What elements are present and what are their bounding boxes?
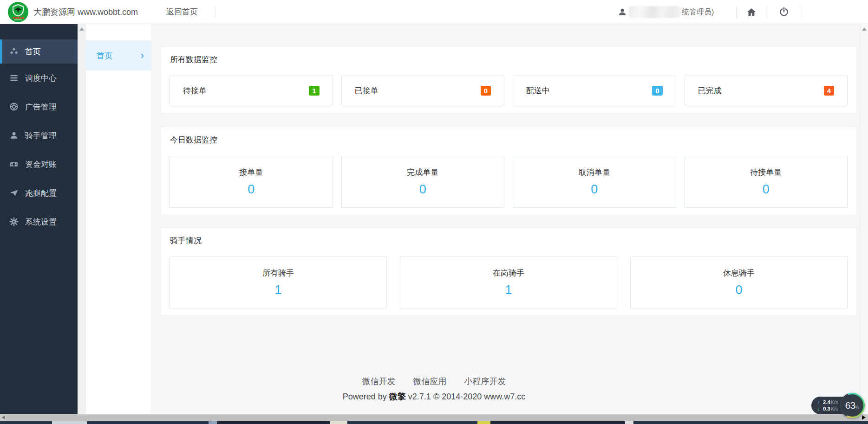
sidebar-item-cubes[interactable]: 首页 bbox=[0, 39, 78, 64]
sidebar-item-label: 资金对账 bbox=[25, 159, 57, 170]
download-speed-value: 0.3 bbox=[823, 406, 830, 412]
main-content: 所有数据监控 待接单1已接单0配送中0已完成4 今日数据监控 接单量0完成单量0… bbox=[151, 24, 868, 414]
section-title: 所有数据监控 bbox=[170, 54, 856, 65]
sidebar: 首页调度中心广告管理骑手管理资金对账跑腿配置系统设置 bbox=[0, 24, 78, 414]
upload-arrow-icon: ↑ bbox=[817, 399, 823, 405]
stat-card: 待接单量0 bbox=[685, 156, 848, 208]
sidebar-item-label: 首页 bbox=[25, 46, 41, 57]
stat-card: 休息骑手0 bbox=[630, 257, 848, 308]
sidebar-item-label: 骑手管理 bbox=[25, 130, 57, 141]
user-role-suffix: 统管理员) bbox=[682, 0, 714, 24]
topbar-divider bbox=[736, 6, 737, 18]
stat-card: 在岗骑手1 bbox=[400, 257, 617, 308]
stat-card[interactable]: 已接单0 bbox=[341, 76, 505, 105]
section-rider-status: 骑手情况 所有骑手1在岗骑手1休息骑手0 bbox=[160, 227, 857, 316]
footer-link[interactable]: 微信应用 bbox=[413, 377, 447, 386]
topbar-divider bbox=[800, 6, 800, 18]
stat-card-value: 0 bbox=[248, 182, 255, 197]
power-logout-icon[interactable] bbox=[778, 6, 790, 18]
gear-icon bbox=[9, 217, 19, 226]
submenu-item[interactable]: 首页› bbox=[86, 40, 151, 71]
scroll-up-arrow-icon[interactable] bbox=[79, 27, 84, 31]
powered-prefix: Powered by bbox=[343, 392, 387, 401]
user-icon bbox=[9, 131, 19, 140]
sidebar-item-gear[interactable]: 系统设置 bbox=[0, 207, 78, 236]
section-all-data-monitor: 所有数据监控 待接单1已接单0配送中0已完成4 bbox=[160, 46, 857, 113]
site-logo[interactable]: 大鹏资源网 bbox=[8, 2, 28, 22]
gauge-percent: 63 bbox=[845, 400, 855, 411]
memory-usage-gauge[interactable]: 63 % bbox=[840, 393, 865, 418]
stat-card-label: 接单量 bbox=[239, 167, 263, 178]
status-badge: 0 bbox=[652, 86, 662, 96]
money-icon bbox=[9, 160, 19, 169]
stat-card-label: 待接单 bbox=[183, 85, 207, 96]
sidebar-item-list[interactable]: 调度中心 bbox=[0, 64, 78, 92]
stat-card-row: 接单量0完成单量0取消单量0待接单量0 bbox=[170, 156, 848, 208]
download-arrow-icon: ↓ bbox=[817, 406, 823, 412]
speed-unit: K/s bbox=[831, 399, 838, 405]
section-today-data-monitor: 今日数据监控 接单量0完成单量0取消单量0待接单量0 bbox=[160, 127, 857, 215]
footer-link[interactable]: 小程序开发 bbox=[464, 377, 506, 386]
stat-card-label: 已接单 bbox=[355, 85, 379, 96]
stat-card-label: 完成单量 bbox=[407, 167, 438, 178]
svg-text:大鹏资源网: 大鹏资源网 bbox=[13, 16, 24, 19]
status-badge: 0 bbox=[481, 86, 491, 96]
stat-card: 接单量0 bbox=[170, 156, 333, 208]
sidebar-item-money[interactable]: 资金对账 bbox=[0, 150, 78, 179]
network-monitor-overlay[interactable]: ↑ 2.4 K/s ↓ 0.3 K/s 63 % bbox=[812, 392, 868, 420]
brand-title: 大鹏资源网 www.wobbt.com bbox=[33, 0, 138, 24]
stat-card-value: 1 bbox=[505, 283, 512, 297]
topbar-divider bbox=[215, 6, 215, 18]
sidebar-item-globe[interactable]: 广告管理 bbox=[0, 92, 78, 121]
topbar: 大鹏资源网 大鹏资源网 www.wobbt.com 返回首页 统管理员) bbox=[0, 0, 868, 24]
stat-card: 完成单量0 bbox=[341, 156, 505, 208]
sidebar-item-label: 调度中心 bbox=[25, 73, 57, 84]
user-icon[interactable] bbox=[618, 7, 627, 17]
scroll-up-arrow-icon[interactable] bbox=[862, 27, 867, 31]
stat-card-label: 已完成 bbox=[698, 85, 722, 96]
home-icon[interactable] bbox=[746, 6, 757, 18]
logo-image: 大鹏资源网 bbox=[8, 2, 28, 22]
status-badge: 1 bbox=[309, 86, 319, 96]
stat-card[interactable]: 配送中0 bbox=[513, 76, 676, 105]
section-title: 骑手情况 bbox=[170, 235, 856, 246]
stat-card-row: 所有骑手1在岗骑手1休息骑手0 bbox=[170, 257, 848, 308]
chevron-right-icon: › bbox=[141, 51, 144, 61]
gauge-face: 63 % bbox=[841, 394, 863, 417]
stat-card: 取消单量0 bbox=[513, 156, 676, 208]
topbar-divider bbox=[768, 6, 768, 18]
scrollbar-thumb[interactable] bbox=[7, 415, 860, 421]
taskbar-sliver bbox=[0, 421, 868, 424]
sidebar-item-label: 系统设置 bbox=[25, 217, 57, 227]
content-scrollbar[interactable] bbox=[860, 24, 868, 414]
back-home-link[interactable]: 返回首页 bbox=[166, 0, 198, 24]
submenu-panel: 首页› bbox=[86, 24, 151, 414]
stat-card[interactable]: 已完成4 bbox=[685, 76, 848, 105]
gauge-percent-sign: % bbox=[855, 405, 859, 410]
sidebar-item-label: 跑腿配置 bbox=[25, 188, 57, 199]
powered-brand[interactable]: 微擎 bbox=[389, 392, 406, 401]
globe-icon bbox=[9, 102, 19, 111]
stat-card: 所有骑手1 bbox=[170, 257, 387, 308]
sidebar-item-user[interactable]: 骑手管理 bbox=[0, 121, 78, 150]
scroll-left-arrow-icon[interactable] bbox=[2, 416, 5, 419]
sidebar-scrollbar[interactable] bbox=[78, 24, 86, 414]
submenu-item-label: 首页 bbox=[96, 50, 113, 61]
list-icon bbox=[9, 73, 19, 83]
stat-card[interactable]: 待接单1 bbox=[170, 76, 333, 105]
stat-card-label: 取消单量 bbox=[579, 167, 610, 178]
status-badge: 4 bbox=[824, 86, 834, 96]
app-window: 大鹏资源网 大鹏资源网 www.wobbt.com 返回首页 统管理员) 首页调… bbox=[0, 0, 868, 424]
stat-card-label: 配送中 bbox=[526, 85, 550, 96]
stat-card-label: 休息骑手 bbox=[723, 268, 755, 278]
horizontal-scrollbar[interactable] bbox=[0, 414, 868, 421]
sidebar-item-label: 广告管理 bbox=[25, 102, 57, 112]
stat-card-row: 待接单1已接单0配送中0已完成4 bbox=[170, 76, 848, 105]
username-redacted bbox=[629, 6, 681, 18]
send-icon bbox=[9, 188, 19, 198]
speed-unit: K/s bbox=[831, 406, 838, 412]
sidebar-menu: 首页调度中心广告管理骑手管理资金对账跑腿配置系统设置 bbox=[0, 39, 78, 236]
stat-card-label: 所有骑手 bbox=[262, 268, 294, 278]
footer-link[interactable]: 微信开发 bbox=[362, 377, 396, 386]
sidebar-item-send[interactable]: 跑腿配置 bbox=[0, 179, 78, 207]
